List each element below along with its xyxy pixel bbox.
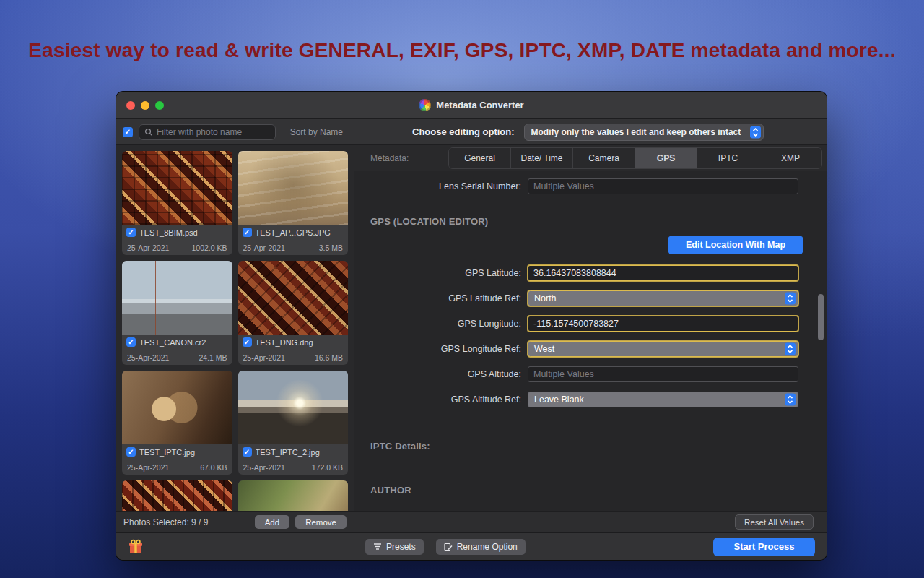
- edit-location-with-map-button[interactable]: Edit Location With Map: [668, 236, 803, 254]
- tab-general[interactable]: General: [449, 148, 511, 168]
- gps-altitude-ref-select[interactable]: Leave Blank: [528, 392, 798, 407]
- photo-thumbnail[interactable]: [122, 151, 232, 225]
- photo-card[interactable]: TEST_CANON.cr2 25-Apr-2021 24.1 MB: [122, 261, 232, 365]
- gps-latitude-input[interactable]: [528, 265, 798, 281]
- photo-card[interactable]: TEST_IPTC.jpg 25-Apr-2021 67.0 KB: [122, 371, 232, 475]
- photo-date: 25-Apr-2021: [127, 353, 169, 362]
- search-icon: [144, 128, 153, 137]
- gps-longitude-label: GPS Longitude:: [370, 319, 528, 329]
- photo-thumbnail[interactable]: [238, 151, 349, 225]
- photo-size: 16.6 MB: [315, 353, 343, 362]
- gps-longitude-ref-select[interactable]: West: [528, 341, 798, 357]
- gps-latitude-ref-label: GPS Latitude Ref:: [370, 293, 528, 303]
- metadata-label: Metadata:: [370, 153, 448, 163]
- tab-date-time[interactable]: Date/ Time: [511, 148, 573, 168]
- photo-size: 3.5 MB: [319, 243, 343, 252]
- editing-option-bar: Choose editing option: Modify only the v…: [354, 119, 827, 145]
- photo-date: 25-Apr-2021: [243, 353, 285, 362]
- presets-icon: [373, 543, 382, 551]
- scrollbar-thumb[interactable]: [818, 294, 824, 340]
- traffic-lights: [126, 92, 164, 118]
- author-section-title: AUTHOR: [370, 485, 827, 496]
- photo-name: TEST_AP...GPS.JPG: [256, 228, 331, 237]
- photo-checkbox[interactable]: [126, 447, 136, 457]
- photo-size: 1002.0 KB: [191, 243, 227, 252]
- window-footer: Presets Rename Option Start Process: [116, 532, 827, 560]
- gift-icon[interactable]: [128, 539, 144, 555]
- gps-altitude-row: GPS Altitude:: [370, 366, 827, 382]
- photo-filter-input[interactable]: [157, 127, 270, 137]
- zoom-window-button[interactable]: [155, 101, 164, 110]
- gps-section-title: GPS (LOCATION EDITOR): [370, 216, 827, 227]
- photo-thumbnail[interactable]: [238, 480, 349, 511]
- reset-all-values-button[interactable]: Reset All Values: [735, 514, 814, 530]
- photo-thumbnail[interactable]: [238, 371, 349, 444]
- gps-longitude-ref-value: West: [534, 344, 554, 354]
- footer-center-buttons: Presets Rename Option: [365, 539, 526, 555]
- app-icon: [419, 99, 431, 111]
- sort-by-name-label[interactable]: Sort by Name: [290, 127, 347, 137]
- photo-card[interactable]: TEST_IPTC_2.jpg 25-Apr-2021 172.0 KB: [238, 371, 349, 475]
- gps-latitude-row: GPS Latitude:: [370, 265, 827, 281]
- photo-card[interactable]: TEST_DNG.dng 25-Apr-2021 16.6 MB: [238, 261, 349, 365]
- photo-checkbox[interactable]: [243, 447, 252, 457]
- editor-scroll-area: Lens Serial Number: GPS (LOCATION EDITOR…: [354, 171, 827, 511]
- photo-name: TEST_IPTC_2.jpg: [256, 448, 320, 457]
- metadata-tab-group: General Date/ Time Camera GPS IPTC XMP: [448, 147, 822, 169]
- photo-card[interactable]: [238, 480, 349, 511]
- choose-editing-option-label: Choose editing option:: [412, 126, 515, 137]
- iptc-section-title: IPTC Details:: [370, 441, 827, 452]
- start-process-button[interactable]: Start Process: [713, 538, 815, 556]
- photo-thumbnail[interactable]: [122, 371, 232, 444]
- photo-thumbnail[interactable]: [238, 261, 349, 335]
- photo-size: 67.0 KB: [200, 463, 227, 472]
- presets-button[interactable]: Presets: [365, 539, 424, 555]
- lens-serial-label: Lens Serial Number:: [370, 181, 528, 191]
- lens-serial-input[interactable]: [528, 178, 798, 194]
- photo-name: TEST_8BIM.psd: [139, 228, 198, 237]
- rename-option-button-label: Rename Option: [457, 542, 518, 552]
- photo-card[interactable]: [122, 480, 232, 511]
- rename-icon: [444, 543, 453, 551]
- window-titlebar: Metadata Converter: [116, 92, 827, 119]
- close-window-button[interactable]: [126, 101, 135, 110]
- gps-latitude-ref-select[interactable]: North: [528, 290, 798, 306]
- editing-option-dropdown[interactable]: Modify only the values I edit and keep o…: [524, 124, 764, 141]
- select-all-checkbox[interactable]: [123, 127, 133, 137]
- photo-checkbox[interactable]: [126, 228, 136, 237]
- window-title: Metadata Converter: [436, 100, 523, 111]
- gps-altitude-input[interactable]: [528, 366, 798, 382]
- photo-name: TEST_CANON.cr2: [139, 338, 206, 347]
- gps-altitude-label: GPS Altitude:: [370, 369, 528, 379]
- gps-latitude-label: GPS Latitude:: [370, 268, 528, 278]
- minimize-window-button[interactable]: [141, 101, 149, 110]
- photo-date: 25-Apr-2021: [243, 463, 285, 472]
- photo-checkbox[interactable]: [243, 228, 252, 237]
- gps-longitude-ref-row: GPS Longitude Ref: West: [370, 341, 827, 357]
- photo-filter-field[interactable]: [139, 124, 276, 140]
- stepper-icon: [785, 293, 796, 305]
- tab-camera[interactable]: Camera: [573, 148, 635, 168]
- sidebar-toolbar: Sort by Name: [116, 119, 354, 145]
- editor-bottombar: Reset All Values: [354, 511, 827, 532]
- metadata-tabs-bar: Metadata: General Date/ Time Camera GPS …: [354, 145, 827, 171]
- photo-card[interactable]: TEST_8BIM.psd 25-Apr-2021 1002.0 KB: [122, 151, 232, 255]
- tab-xmp[interactable]: XMP: [759, 148, 821, 168]
- add-photos-button[interactable]: Add: [255, 515, 289, 529]
- photo-card[interactable]: TEST_AP...GPS.JPG 25-Apr-2021 3.5 MB: [238, 151, 349, 255]
- hero-headline: Easiest way to read & write GENERAL, EXI…: [0, 39, 924, 62]
- photo-thumbnail[interactable]: [122, 480, 232, 511]
- photo-checkbox[interactable]: [126, 337, 136, 347]
- gps-longitude-input[interactable]: [528, 316, 798, 332]
- rename-option-button[interactable]: Rename Option: [436, 539, 526, 555]
- tab-iptc[interactable]: IPTC: [697, 148, 759, 168]
- photo-size: 24.1 MB: [199, 353, 227, 362]
- photo-grid: TEST_8BIM.psd 25-Apr-2021 1002.0 KB TEST…: [116, 145, 354, 511]
- editing-option-value: Modify only the values I edit and keep o…: [531, 127, 741, 137]
- tab-gps[interactable]: GPS: [635, 148, 697, 168]
- remove-photos-button[interactable]: Remove: [295, 515, 346, 529]
- gps-latitude-ref-row: GPS Latitude Ref: North: [370, 290, 827, 306]
- photo-size: 172.0 KB: [312, 463, 343, 472]
- photo-checkbox[interactable]: [243, 337, 252, 347]
- photo-thumbnail[interactable]: [122, 261, 232, 335]
